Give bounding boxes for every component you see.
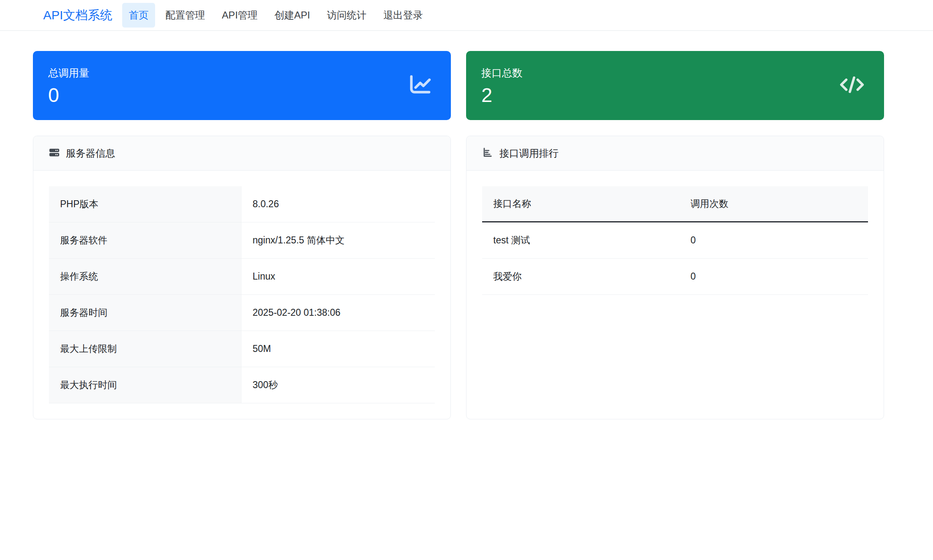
server-info-row-label: PHP版本 bbox=[49, 186, 241, 222]
server-info-row-value: 8.0.26 bbox=[241, 186, 435, 222]
server-info-row-value: 300秒 bbox=[241, 367, 435, 403]
ranking-row-count: 0 bbox=[691, 235, 868, 246]
ranking-icon bbox=[482, 147, 493, 160]
nav-item-label: 访问统计 bbox=[327, 9, 367, 22]
server-info-title: 服务器信息 bbox=[66, 147, 115, 160]
server-icon bbox=[49, 147, 60, 160]
ranking-table-header: 接口名称 调用次数 bbox=[482, 186, 868, 222]
server-info-header: 服务器信息 bbox=[33, 136, 450, 171]
total-calls-text: 总调用量 0 bbox=[48, 66, 89, 105]
nav-item[interactable]: 创建API bbox=[268, 3, 317, 28]
server-info-row: PHP版本 8.0.26 bbox=[49, 186, 435, 222]
api-ranking-header: 接口调用排行 bbox=[466, 136, 884, 171]
panels-row: 服务器信息 PHP版本 8.0.26 服务器软件 nginx/1.25.5 简体… bbox=[33, 136, 884, 419]
server-info-row: 服务器时间 2025-02-20 01:38:06 bbox=[49, 295, 435, 331]
total-calls-card: 总调用量 0 bbox=[33, 51, 451, 120]
api-ranking-body: 接口名称 调用次数 test 测试 0 我爱你 0 bbox=[466, 171, 884, 310]
server-info-row-value: nginx/1.25.5 简体中文 bbox=[241, 222, 435, 258]
server-info-row-label: 最大上传限制 bbox=[49, 331, 241, 367]
chart-line-icon bbox=[408, 74, 432, 97]
ranking-table-rows: test 测试 0 我爱你 0 bbox=[482, 222, 868, 295]
api-total-value: 2 bbox=[481, 86, 522, 105]
server-info-body: PHP版本 8.0.26 服务器软件 nginx/1.25.5 简体中文 操作系… bbox=[33, 171, 450, 419]
total-calls-label: 总调用量 bbox=[48, 66, 89, 80]
nav-item-label: 配置管理 bbox=[165, 9, 205, 22]
nav-item-label: API管理 bbox=[222, 9, 258, 22]
server-info-row-label: 最大执行时间 bbox=[49, 367, 241, 403]
ranking-row-count: 0 bbox=[691, 271, 868, 282]
server-info-row-value: 2025-02-20 01:38:06 bbox=[241, 295, 435, 331]
ranking-row-name: test 测试 bbox=[482, 234, 691, 247]
server-info-panel: 服务器信息 PHP版本 8.0.26 服务器软件 nginx/1.25.5 简体… bbox=[33, 136, 451, 419]
nav-item[interactable]: 退出登录 bbox=[377, 3, 429, 28]
server-info-row-label: 操作系统 bbox=[49, 259, 241, 294]
api-total-text: 接口总数 2 bbox=[481, 66, 522, 105]
top-navbar: API文档系统 首页 配置管理 API管理 创建API 访问统计 退出登录 bbox=[0, 0, 933, 31]
server-info-row: 最大上传限制 50M bbox=[49, 331, 435, 367]
server-info-row-value: Linux bbox=[241, 259, 435, 294]
ranking-table-row: 我爱你 0 bbox=[482, 259, 868, 295]
stat-cards-row: 总调用量 0 接口总数 2 bbox=[33, 51, 884, 120]
server-info-row: 服务器软件 nginx/1.25.5 简体中文 bbox=[49, 222, 435, 259]
main-content: 总调用量 0 接口总数 2 bbox=[33, 51, 884, 419]
code-icon bbox=[839, 73, 865, 98]
api-total-card: 接口总数 2 bbox=[466, 51, 884, 120]
server-info-row-value: 50M bbox=[241, 331, 435, 367]
ranking-row-name: 我爱你 bbox=[482, 270, 691, 283]
ranking-col-count-header: 调用次数 bbox=[691, 197, 868, 210]
nav-item[interactable]: 访问统计 bbox=[320, 3, 373, 28]
api-ranking-title: 接口调用排行 bbox=[499, 147, 559, 160]
total-calls-value: 0 bbox=[48, 86, 89, 105]
server-info-row: 操作系统 Linux bbox=[49, 259, 435, 295]
nav-item-label: 退出登录 bbox=[383, 9, 423, 22]
server-info-row-label: 服务器时间 bbox=[49, 295, 241, 331]
nav-item[interactable]: 配置管理 bbox=[159, 3, 211, 28]
nav-item-label: 首页 bbox=[129, 9, 149, 22]
server-info-row: 最大执行时间 300秒 bbox=[49, 367, 435, 403]
nav-item-label: 创建API bbox=[274, 9, 310, 22]
ranking-col-name-header: 接口名称 bbox=[482, 197, 691, 210]
api-ranking-panel: 接口调用排行 接口名称 调用次数 test 测试 0 bbox=[466, 136, 884, 419]
nav-item[interactable]: API管理 bbox=[215, 3, 264, 28]
nav-menu: 首页 配置管理 API管理 创建API 访问统计 退出登录 bbox=[122, 3, 429, 28]
ranking-table-row: test 测试 0 bbox=[482, 222, 868, 259]
server-info-row-label: 服务器软件 bbox=[49, 222, 241, 258]
api-total-label: 接口总数 bbox=[481, 66, 522, 80]
nav-item[interactable]: 首页 bbox=[122, 3, 155, 28]
app-brand[interactable]: API文档系统 bbox=[43, 7, 112, 24]
